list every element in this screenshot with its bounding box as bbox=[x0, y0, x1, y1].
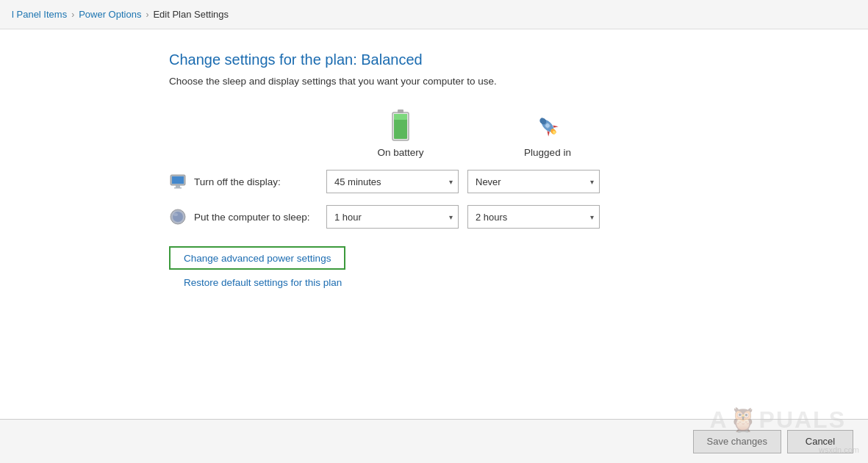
column-headers: On battery bbox=[169, 107, 699, 158]
svg-point-14 bbox=[173, 212, 183, 222]
advanced-power-settings-link[interactable]: Change advanced power settings bbox=[184, 253, 331, 264]
sleep-dropdowns: 1 minute 2 minutes 3 minutes 5 minutes 1… bbox=[326, 205, 600, 229]
svg-rect-10 bbox=[172, 176, 184, 184]
page-title: Change settings for the plan: Balanced bbox=[169, 51, 699, 68]
svg-rect-12 bbox=[174, 187, 182, 189]
svg-rect-11 bbox=[176, 185, 180, 187]
plug-icon bbox=[536, 107, 559, 144]
sleep-setting-row: Put the computer to sleep: 1 minute 2 mi… bbox=[169, 205, 699, 229]
monitor-icon bbox=[169, 173, 187, 190]
sleep-battery-dropdown[interactable]: 1 minute 2 minutes 3 minutes 5 minutes 1… bbox=[326, 205, 459, 229]
save-changes-button[interactable]: Save changes bbox=[693, 430, 781, 453]
battery-column-header: On battery bbox=[331, 107, 470, 158]
cancel-button[interactable]: Cancel bbox=[787, 430, 853, 453]
display-label: Turn off the display: bbox=[194, 176, 326, 187]
pluggedin-label: Plugged in bbox=[524, 147, 571, 158]
bottom-bar: Save changes Cancel bbox=[0, 419, 868, 463]
sleep-label: Put the computer to sleep: bbox=[194, 212, 326, 223]
display-dropdowns: 1 minute 2 minutes 3 minutes 5 minutes 1… bbox=[326, 170, 600, 193]
sleep-pluggedin-dropdown[interactable]: 1 minute 2 minutes 3 minutes 5 minutes 1… bbox=[467, 205, 600, 229]
breadcrumb-bar: l Panel Items › Power Options › Edit Pla… bbox=[0, 0, 868, 29]
breadcrumb-current: Edit Plan Settings bbox=[153, 9, 229, 20]
pluggedin-column-header: Plugged in bbox=[478, 107, 617, 158]
display-setting-row: Turn off the display: 1 minute 2 minutes… bbox=[169, 170, 699, 193]
svg-rect-3 bbox=[394, 114, 407, 120]
restore-defaults-link[interactable]: Restore default settings for this plan bbox=[169, 277, 699, 288]
sleep-icon bbox=[169, 208, 187, 226]
battery-icon bbox=[389, 107, 412, 144]
display-pluggedin-select[interactable]: 1 minute 2 minutes 3 minutes 5 minutes 1… bbox=[467, 170, 600, 193]
sleep-pluggedin-select[interactable]: 1 minute 2 minutes 3 minutes 5 minutes 1… bbox=[467, 205, 600, 229]
breadcrumb-sep-1: › bbox=[71, 10, 74, 20]
links-area: Change advanced power settings Restore d… bbox=[169, 246, 699, 288]
main-content: Change settings for the plan: Balanced C… bbox=[0, 29, 868, 419]
advanced-link-wrapper: Change advanced power settings bbox=[169, 246, 345, 270]
breadcrumb-power-options[interactable]: Power Options bbox=[79, 9, 141, 20]
svg-rect-1 bbox=[398, 110, 403, 113]
svg-point-15 bbox=[173, 213, 178, 216]
page-subtitle: Choose the sleep and display settings th… bbox=[169, 76, 699, 87]
display-battery-select[interactable]: 1 minute 2 minutes 3 minutes 5 minutes 1… bbox=[326, 170, 459, 193]
display-battery-dropdown[interactable]: 1 minute 2 minutes 3 minutes 5 minutes 1… bbox=[326, 170, 459, 193]
battery-label: On battery bbox=[377, 147, 423, 158]
breadcrumb-panel-items[interactable]: l Panel Items bbox=[12, 9, 67, 20]
sleep-battery-select[interactable]: 1 minute 2 minutes 3 minutes 5 minutes 1… bbox=[326, 205, 459, 229]
display-pluggedin-dropdown[interactable]: 1 minute 2 minutes 3 minutes 5 minutes 1… bbox=[467, 170, 600, 193]
breadcrumb-sep-2: › bbox=[146, 10, 148, 20]
settings-area: Turn off the display: 1 minute 2 minutes… bbox=[169, 170, 699, 229]
